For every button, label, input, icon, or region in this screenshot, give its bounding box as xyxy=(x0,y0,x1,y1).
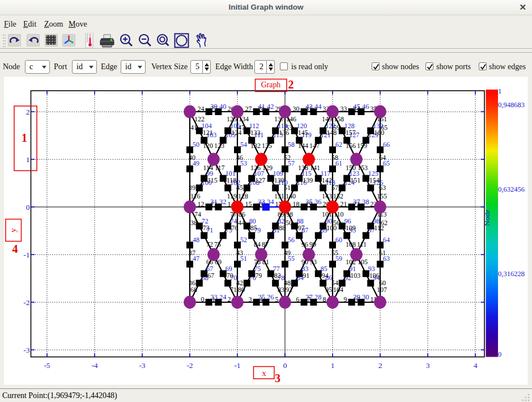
svg-text:106: 106 xyxy=(369,272,380,280)
svg-text:74: 74 xyxy=(194,210,201,218)
svg-text:50: 50 xyxy=(193,141,199,149)
svg-text:0: 0 xyxy=(201,295,205,303)
svg-text:121: 121 xyxy=(203,129,213,137)
svg-text:21: 21 xyxy=(341,200,347,208)
svg-text:84: 84 xyxy=(254,240,261,248)
svg-text:111: 111 xyxy=(357,240,367,248)
svg-text:68: 68 xyxy=(190,286,197,294)
svg-text:49: 49 xyxy=(193,159,199,167)
svg-text:1: 1 xyxy=(498,87,501,95)
svg-text:Node: Node xyxy=(483,209,491,226)
svg-text:63: 63 xyxy=(383,255,390,263)
svg-text:54: 54 xyxy=(240,141,247,149)
svg-text:56: 56 xyxy=(288,236,295,244)
svg-text:6: 6 xyxy=(296,295,300,303)
svg-text:145: 145 xyxy=(298,129,308,137)
svg-text:2: 2 xyxy=(288,78,294,91)
svg-text:85: 85 xyxy=(250,224,257,232)
svg-text:y: y xyxy=(8,228,18,232)
svg-text:0,632456: 0,632456 xyxy=(498,185,525,193)
svg-text:48: 48 xyxy=(193,236,199,244)
svg-text:47: 47 xyxy=(193,255,199,263)
svg-text:115: 115 xyxy=(207,176,218,184)
svg-text:-5: -5 xyxy=(44,361,50,370)
svg-text:-2: -2 xyxy=(23,298,29,307)
svg-text:100: 100 xyxy=(326,224,337,232)
svg-text:4: 4 xyxy=(12,243,18,255)
svg-text:70: 70 xyxy=(227,272,233,280)
svg-text:51: 51 xyxy=(240,255,247,263)
svg-text:155: 155 xyxy=(377,192,387,200)
svg-text:82: 82 xyxy=(274,272,281,280)
svg-text:-1: -1 xyxy=(23,251,29,259)
svg-text:118: 118 xyxy=(227,176,237,184)
svg-text:160: 160 xyxy=(374,129,384,137)
svg-text:55: 55 xyxy=(288,255,295,263)
svg-text:8: 8 xyxy=(322,295,326,303)
svg-text:9: 9 xyxy=(344,295,347,303)
svg-text:96: 96 xyxy=(301,240,308,248)
svg-text:3: 3 xyxy=(426,361,430,370)
svg-text:72: 72 xyxy=(206,240,213,248)
svg-text:75: 75 xyxy=(214,240,221,248)
svg-text:Graph: Graph xyxy=(261,81,281,89)
svg-text:27: 27 xyxy=(245,105,252,113)
svg-text:3: 3 xyxy=(275,372,280,384)
svg-text:127: 127 xyxy=(255,176,265,184)
svg-text:30: 30 xyxy=(293,105,300,113)
svg-text:-3: -3 xyxy=(139,361,145,370)
svg-text:71: 71 xyxy=(230,286,237,294)
svg-text:140: 140 xyxy=(286,192,296,200)
svg-text:143: 143 xyxy=(322,192,332,200)
svg-text:57: 57 xyxy=(288,159,295,167)
svg-text:1: 1 xyxy=(26,155,30,164)
svg-text:1: 1 xyxy=(331,361,335,370)
svg-text:0: 0 xyxy=(498,350,501,358)
svg-text:119: 119 xyxy=(227,192,237,200)
svg-text:136: 136 xyxy=(279,129,289,137)
svg-text:151: 151 xyxy=(350,176,360,184)
svg-text:97: 97 xyxy=(298,224,305,232)
svg-text:73: 73 xyxy=(203,224,210,232)
svg-text:0,316228: 0,316228 xyxy=(498,270,525,278)
svg-text:24: 24 xyxy=(198,105,205,113)
svg-text:88: 88 xyxy=(279,224,286,232)
svg-text:0: 0 xyxy=(26,203,30,211)
svg-text:12: 12 xyxy=(198,200,205,208)
svg-text:65: 65 xyxy=(383,159,390,167)
svg-text:79: 79 xyxy=(255,272,262,280)
svg-text:148: 148 xyxy=(326,129,337,137)
svg-text:59: 59 xyxy=(335,255,342,263)
svg-text:60: 60 xyxy=(335,236,342,244)
svg-text:1: 1 xyxy=(22,132,27,144)
svg-text:4: 4 xyxy=(474,361,478,370)
svg-text:-3: -3 xyxy=(23,346,29,354)
svg-text:83: 83 xyxy=(278,286,284,294)
svg-text:95: 95 xyxy=(325,286,332,294)
svg-text:-2: -2 xyxy=(186,361,193,370)
svg-text:157: 157 xyxy=(346,129,356,137)
svg-text:133: 133 xyxy=(250,129,261,137)
svg-text:131: 131 xyxy=(274,192,284,200)
svg-text:3: 3 xyxy=(249,295,252,303)
svg-text:2: 2 xyxy=(378,361,382,370)
svg-text:128: 128 xyxy=(238,192,248,200)
svg-text:53: 53 xyxy=(240,159,247,167)
svg-text:99: 99 xyxy=(309,240,316,248)
svg-text:92: 92 xyxy=(286,286,292,294)
svg-text:-4: -4 xyxy=(91,361,97,370)
svg-text:104: 104 xyxy=(333,286,343,294)
svg-text:0,948683: 0,948683 xyxy=(498,101,525,109)
svg-text:5: 5 xyxy=(275,295,278,303)
svg-text:130: 130 xyxy=(274,176,284,184)
svg-text:124: 124 xyxy=(231,129,241,137)
svg-text:0: 0 xyxy=(283,361,287,370)
svg-text:116: 116 xyxy=(190,192,201,200)
svg-text:103: 103 xyxy=(350,272,360,280)
svg-text:66: 66 xyxy=(383,141,390,149)
svg-text:107: 107 xyxy=(377,286,387,294)
svg-text:109: 109 xyxy=(346,224,356,232)
svg-text:108: 108 xyxy=(346,240,356,248)
svg-text:152: 152 xyxy=(333,192,343,200)
svg-text:142: 142 xyxy=(322,176,332,184)
